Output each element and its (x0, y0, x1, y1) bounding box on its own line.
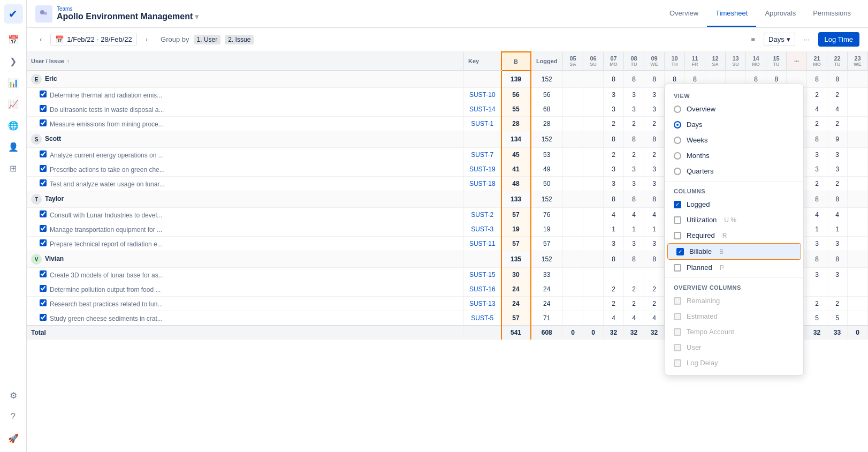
sidebar-grid-icon[interactable]: ⊞ (4, 159, 23, 178)
sidebar-user-icon[interactable]: 👤 (4, 137, 23, 156)
more-options-button[interactable]: ··· (800, 33, 814, 46)
checkbox-tempo-account (674, 328, 681, 336)
issue-checkbox-sust7[interactable] (40, 150, 47, 157)
user-b-scott: 134 (501, 131, 531, 148)
view-quarters-option[interactable]: Quarters (665, 163, 803, 179)
total-label: Total (27, 326, 464, 340)
issue-checkbox-sust3[interactable] (40, 225, 47, 232)
eric-d08: 8 (624, 71, 644, 88)
issue-key-sust10[interactable]: SUST-10 (464, 88, 501, 102)
project-header: Teams Apollo Environment Management ▾ (35, 5, 661, 22)
sidebar-rocket-icon[interactable]: 🚀 (4, 428, 23, 448)
col-15-tu: 15TU (766, 52, 787, 71)
view-months-option[interactable]: Months (665, 148, 803, 163)
issue-key-sust1[interactable]: SUST-1 (464, 117, 501, 131)
issue-checkbox-sust5[interactable] (40, 314, 47, 321)
col-logged-option[interactable]: ✓ Logged (665, 197, 803, 212)
top-nav-tabs: Overview Timesheet Approvals Permissions (661, 1, 859, 27)
issue-key-sust18[interactable]: SUST-18 (464, 177, 501, 191)
columns-section-label: COLUMNS (665, 184, 803, 197)
total-b: 541 (501, 326, 531, 340)
col-utilization-option[interactable]: Utilization U % (665, 212, 803, 228)
col-billable[interactable]: B (501, 52, 531, 71)
issue-checkbox-sust11[interactable] (40, 239, 47, 246)
eric-d09: 8 (644, 71, 665, 88)
issue-checkbox-sust14[interactable] (40, 105, 47, 112)
sidebar-help-icon[interactable]: ? (4, 407, 23, 426)
issue-key-sust16[interactable]: SUST-16 (464, 282, 501, 297)
sidebar-chart-icon[interactable]: 📊 (4, 73, 23, 92)
avatar-scott: S (31, 134, 42, 145)
project-name[interactable]: Apollo Environment Management ▾ (57, 12, 199, 21)
issue-key-sust11[interactable]: SUST-11 (464, 237, 501, 251)
issue-b-sust1: 28 (501, 117, 531, 131)
radio-months (674, 152, 681, 160)
group-by-user-tag[interactable]: 1. User (194, 35, 221, 44)
toolbar-right: ≡ Days ▾ ··· Log Time (747, 32, 859, 47)
view-overview-option[interactable]: Overview (665, 101, 803, 117)
svg-point-1 (44, 12, 47, 15)
eric-d06 (583, 71, 604, 88)
issue-key-sust15[interactable]: SUST-15 (464, 268, 501, 282)
app-logo-icon[interactable]: ✔ (4, 4, 23, 24)
group-by-issue-tag[interactable]: 2. Issue (225, 35, 254, 44)
col-logged[interactable]: Logged (531, 52, 563, 71)
checkbox-billable: ✓ (676, 248, 684, 255)
view-weeks-option[interactable]: Weeks (665, 132, 803, 148)
issue-key-sust3[interactable]: SUST-3 (464, 222, 501, 237)
col-remaining-option: Remaining (665, 293, 803, 308)
issue-key-sust2[interactable]: SUST-2 (464, 208, 501, 222)
view-options-button[interactable]: ≡ (747, 33, 759, 46)
col-required-option[interactable]: Required R (665, 228, 803, 243)
log-time-button[interactable]: Log Time (818, 32, 859, 47)
sidebar-settings-icon[interactable]: ⚙ (4, 386, 23, 405)
next-button[interactable]: › (141, 33, 152, 46)
user-logged-eric: 152 (531, 71, 563, 88)
issue-checkbox-sust2[interactable] (40, 210, 47, 217)
sidebar-chevron-icon[interactable]: ❯ (4, 51, 23, 71)
issue-key-sust13[interactable]: SUST-13 (464, 297, 501, 311)
issue-key-sust5[interactable]: SUST-5 (464, 311, 501, 326)
prev-button[interactable]: ‹ (35, 33, 46, 46)
issue-b-sust10: 56 (501, 88, 531, 102)
sidebar-bar-chart-icon[interactable]: 📈 (4, 94, 23, 114)
timesheet-table-container[interactable]: User / Issue ↑ Key B Logged 05SA 06SU 07… (27, 51, 868, 452)
col-billable-option[interactable]: ✓ Billable B (667, 243, 801, 260)
tab-permissions[interactable]: Permissions (804, 1, 859, 27)
tab-approvals[interactable]: Approvals (756, 1, 804, 27)
eric-d22: 8 (827, 71, 848, 88)
sidebar-calendar-icon[interactable]: 📅 (4, 30, 23, 49)
chevron-down-icon: ▾ (195, 12, 199, 21)
issue-checkbox-sust1[interactable] (40, 119, 47, 126)
issue-key-sust14[interactable]: SUST-14 (464, 102, 501, 117)
days-dropdown[interactable]: Days ▾ (764, 33, 795, 46)
tab-overview[interactable]: Overview (661, 1, 707, 27)
eric-d21: 8 (807, 71, 827, 88)
issue-checkbox-sust19[interactable] (40, 165, 47, 172)
issue-checkbox-sust13[interactable] (40, 299, 47, 306)
col-planned-option[interactable]: Planned P (665, 260, 803, 275)
issue-checkbox-sust15[interactable] (40, 270, 47, 277)
tab-timesheet[interactable]: Timesheet (707, 1, 756, 27)
user-name-taylor: TTaylor (27, 191, 464, 208)
days-label: Days (768, 35, 785, 43)
col-key[interactable]: Key (464, 52, 501, 71)
user-logged-scott: 152 (531, 131, 563, 148)
top-navigation: Teams Apollo Environment Management ▾ Ov… (27, 0, 868, 28)
checkbox-log-delay (674, 359, 681, 367)
user-name-vivian: VVivian (27, 251, 464, 268)
date-range-picker[interactable]: 📅 1/Feb/22 - 28/Feb/22 (50, 33, 136, 46)
issue-key-sust19[interactable]: SUST-19 (464, 162, 501, 177)
sidebar-globe-icon[interactable]: 🌐 (4, 116, 23, 135)
issue-checkbox-sust10[interactable] (40, 91, 47, 97)
col-user-issue[interactable]: User / Issue ↑ (27, 52, 464, 71)
issue-checkbox-sust18[interactable] (40, 179, 47, 186)
checkbox-planned (674, 264, 681, 272)
col-11-fr: 11FR (685, 52, 705, 71)
col-14-mo: 14MO (746, 52, 766, 71)
radio-weeks (674, 137, 681, 144)
issue-key-sust7[interactable]: SUST-7 (464, 148, 501, 162)
issue-checkbox-sust16[interactable] (40, 285, 47, 292)
view-days-option[interactable]: Days (665, 117, 803, 132)
project-title-area: Teams Apollo Environment Management ▾ (57, 6, 199, 21)
